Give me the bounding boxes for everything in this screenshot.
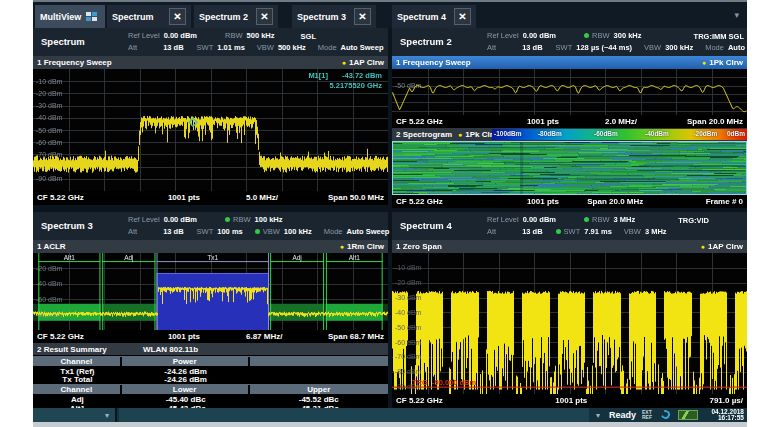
- tab-label: Spectrum 2: [199, 12, 248, 22]
- channel-name: Spectrum 2: [400, 36, 452, 47]
- ext-ref-label: EXTREF: [642, 410, 652, 420]
- channel-name: Spectrum: [41, 36, 85, 47]
- window-title-result-summary[interactable]: 2 Result Summary WLAN 802.11b: [33, 343, 388, 355]
- trace-dot-icon: ●: [342, 59, 346, 66]
- spectrogram-color-scale: -100dBm -80dBm -60dBm -40dBm -20dBm 0dBm: [492, 129, 747, 140]
- tab-multiview[interactable]: MultiView: [35, 5, 105, 28]
- channel-name: Spectrum 3: [41, 220, 93, 231]
- tab-close-icon[interactable]: ✕: [454, 8, 471, 25]
- zero-span-plot[interactable]: [392, 253, 747, 394]
- trigger-indicator: TRG:IMM SGL: [694, 32, 744, 41]
- bottom-bezel-strip: [33, 422, 747, 427]
- tab-label: Spectrum: [112, 12, 154, 22]
- x-axis-bar: CF 5.22 GHz 1001 pts 2.0 MHz/ Span 20.0 …: [392, 115, 747, 128]
- table-header-row: Channel Power: [33, 356, 388, 366]
- trace-dot-icon: ●: [701, 243, 705, 250]
- status-bar: ▾ ▾ Ready EXTREF 04.12.201816:17:55: [33, 408, 747, 422]
- table-row: Tx Total -24.26 dBm: [33, 375, 388, 383]
- header-line2: Att13 dB SWT1.01 ms VBW500 kHz ModeAuto …: [128, 42, 386, 53]
- tab-label: MultiView: [40, 12, 81, 22]
- trace-dot-icon: ●: [458, 131, 462, 138]
- sgl-indicator: SGL: [301, 32, 316, 41]
- panel-spectrum-2[interactable]: Spectrum 2 Ref Level0.00 dBm RBW300 kHz …: [392, 28, 747, 208]
- tab-close-icon[interactable]: ✕: [354, 8, 371, 25]
- x-axis-bar: CF 5.22 GHz 1001 pts 6.87 MHz/ Span 68.7…: [33, 330, 388, 343]
- chevron-down-icon[interactable]: ▾: [596, 411, 600, 420]
- window-title-aclr[interactable]: 1 ACLR ● 1Rm Clrw: [33, 240, 388, 253]
- trace-dot-icon: ●: [702, 59, 706, 66]
- spectrogram-plot[interactable]: [392, 141, 747, 195]
- tab-spectrum[interactable]: Spectrum ✕: [107, 5, 191, 28]
- spectrum4-header: Spectrum 4 Ref Level0.00 dBm RBW3 MHz At…: [392, 212, 747, 240]
- screenshot-page: MultiView Spectrum ✕ Spectrum 2 ✕ Spectr…: [0, 0, 760, 427]
- spectrum3-header: Spectrum 3 Ref Level0.00 dBm RBW100 kHz …: [33, 212, 388, 240]
- spectrum2-header: Spectrum 2 Ref Level0.00 dBm RBW300 kHz …: [392, 28, 747, 56]
- marker-readout: M1[1]-43.72 dBm 5.2175520 GHz: [308, 71, 382, 91]
- tab-spectrum-4[interactable]: Spectrum 4 ✕: [392, 5, 476, 28]
- x-axis-bar: CF 5.22 GHz 1001 pts 5.0 MHz/ Span 50.0 …: [33, 191, 388, 205]
- panel-spectrum-4[interactable]: Spectrum 4 Ref Level0.00 dBm RBW3 MHz At…: [392, 212, 747, 408]
- window-title-frequency-sweep[interactable]: 1 Frequency Sweep ● 1AP Clrw: [33, 56, 388, 69]
- window-title-spectrogram[interactable]: 2 Spectrogram ● 1Pk Clrw -100dBm -80dBm …: [392, 128, 747, 141]
- window-title-zero-span[interactable]: 1 Zero Span ● 1AP Clrw: [392, 240, 747, 253]
- coupled-dot-icon: [584, 33, 589, 38]
- coupled-dot-icon: [556, 229, 561, 234]
- channel-name: Spectrum 4: [400, 220, 452, 231]
- spectrogram-canvas: [393, 142, 746, 194]
- window-title-frequency-sweep-selected[interactable]: 1 Frequency Sweep ● 1Pk Clrw: [392, 56, 747, 69]
- header-line2: Att13 dB SWT7.91 ms VBW3 MHz: [487, 226, 745, 237]
- tab-spectrum-3[interactable]: Spectrum 3 ✕: [292, 5, 376, 28]
- tab-overflow-icon[interactable]: ▾: [734, 10, 739, 20]
- tab-label: Spectrum 4: [397, 12, 446, 22]
- tab-close-icon[interactable]: ✕: [256, 8, 273, 25]
- aclr-plot[interactable]: [33, 253, 388, 330]
- tab-close-icon[interactable]: ✕: [169, 8, 186, 25]
- x-axis-bar: CF 5.22 GHz 1001 pts Span 20.0 MHz Frame…: [392, 195, 747, 208]
- header-line2: Att13 dB SWT128 µs (~44 ms) VBW300 kHz M…: [487, 42, 745, 53]
- ext-ref-sync-icon: [660, 409, 672, 421]
- status-ready: Ready: [609, 410, 636, 420]
- header-line2: Att13 dB SWT100 ms VBW100 kHz ModeAuto S…: [128, 226, 386, 237]
- table-row: Adj -45.40 dBc -45.52 dBc: [33, 395, 388, 404]
- result-summary-table: Channel Power Tx1 (Ref) -24.26 dBm Tx To…: [33, 355, 388, 408]
- status-message-area: [119, 408, 589, 422]
- lan-status-icon: [678, 410, 698, 420]
- trace-legend: ● 1Pk Clrw: [702, 58, 743, 67]
- coupled-dot-icon: [255, 229, 260, 234]
- panel-spectrum-3[interactable]: Spectrum 3 Ref Level0.00 dBm RBW100 kHz …: [33, 212, 388, 408]
- standard-label: WLAN 802.11b: [143, 345, 198, 354]
- spectrum-header: Spectrum Ref Level0.00 dBm RBW500 kHz At…: [33, 28, 388, 56]
- frequency-sweep2-plot[interactable]: [392, 69, 747, 115]
- coupled-dot-icon: [584, 217, 589, 222]
- tab-label: Spectrum 3: [297, 12, 346, 22]
- panel-spectrum[interactable]: Spectrum Ref Level0.00 dBm RBW500 kHz At…: [33, 28, 388, 205]
- date-time: 04.12.201816:17:55: [711, 409, 744, 421]
- zero-span-canvas: [392, 253, 747, 394]
- trace-legend: ● 1AP Clrw: [701, 242, 743, 251]
- analyzer-screen: MultiView Spectrum ✕ Spectrum 2 ✕ Spectr…: [33, 0, 747, 422]
- trace-dot-icon: ●: [340, 243, 344, 250]
- aclr-canvas: [33, 253, 388, 330]
- chevron-down-icon[interactable]: ▾: [105, 411, 109, 420]
- tab-spectrum-2[interactable]: Spectrum 2 ✕: [194, 5, 278, 28]
- header-line1: Ref Level0.00 dBm RBW100 kHz: [128, 214, 386, 225]
- multiview-grid-icon: [86, 12, 97, 21]
- table-header-row: Channel Lower Upper: [33, 384, 388, 394]
- header-line1: Ref Level0.00 dBm RBW500 kHz: [128, 30, 386, 41]
- trace-legend: ● 1Rm Clrw: [340, 242, 384, 251]
- frequency-sweep-plot[interactable]: M1[1]-43.72 dBm 5.2175520 GHz: [33, 69, 388, 191]
- x-axis-bar: CF 5.22 GHz 1001 pts 791.0 µs/: [392, 394, 747, 408]
- sweep2-canvas: [392, 69, 747, 115]
- coupled-dot-icon: [225, 217, 230, 222]
- softkey-dropdown[interactable]: ▾: [33, 408, 117, 422]
- channel-tab-bar: MultiView Spectrum ✕ Spectrum 2 ✕ Spectr…: [33, 2, 747, 28]
- trace-legend: ● 1AP Clrw: [342, 58, 384, 67]
- trigger-indicator: TRG:VID: [678, 216, 709, 225]
